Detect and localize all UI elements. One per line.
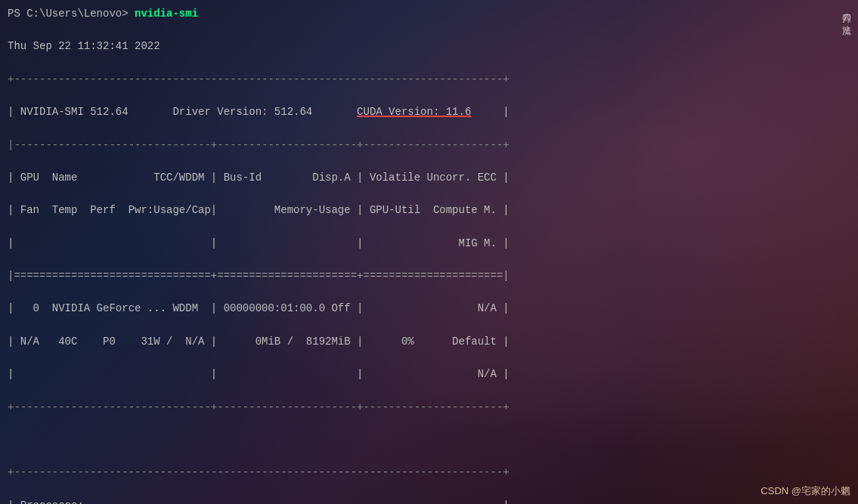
command-text: nvidia-smi — [135, 8, 198, 20]
datetime-line: Thu Sep 22 11:32:41 2022 — [8, 39, 835, 55]
proc-sep-top: +---------------------------------------… — [8, 465, 835, 481]
header-sep-top: +---------------------------------------… — [8, 72, 835, 88]
vertical-text: 四月の魔法 — [839, 8, 852, 18]
gpu-row1: | 0 NVIDIA GeForce ... WDDM | 00000000:0… — [8, 301, 835, 317]
double-sep1: |===============================+=======… — [8, 268, 835, 285]
prompt-text: PS C:\Users\Lenovo> — [8, 8, 129, 20]
blank-line — [8, 432, 835, 449]
col-header3: | | | MIG M. | — [8, 236, 835, 252]
col-header1: | GPU Name TCC/WDDM | Bus-Id Disp.A | Vo… — [8, 170, 835, 187]
terminal-window: PS C:\Users\Lenovo> nvidia-smi Thu Sep 2… — [0, 0, 843, 504]
gpu-row3: | | | N/A | — [8, 366, 835, 383]
gpu-row2: | N/A 40C P0 31W / N/A | 0MiB / 8192MiB … — [8, 334, 835, 351]
prompt-line: PS C:\Users\Lenovo> nvidia-smi — [8, 6, 835, 23]
cuda-version: CUDA Version: 11.6 — [357, 106, 471, 118]
col-header2: | Fan Temp Perf Pwr:Usage/Cap| Memory-Us… — [8, 203, 835, 219]
proc-header: | Processes: | — [8, 498, 835, 504]
header-line1: | NVIDIA-SMI 512.64 Driver Version: 512.… — [8, 104, 835, 121]
header-sep2: |-------------------------------+-------… — [8, 138, 835, 154]
csdn-watermark: CSDN @宅家的小魍 — [760, 484, 850, 498]
footer-sep: +-------------------------------+-------… — [8, 400, 835, 416]
